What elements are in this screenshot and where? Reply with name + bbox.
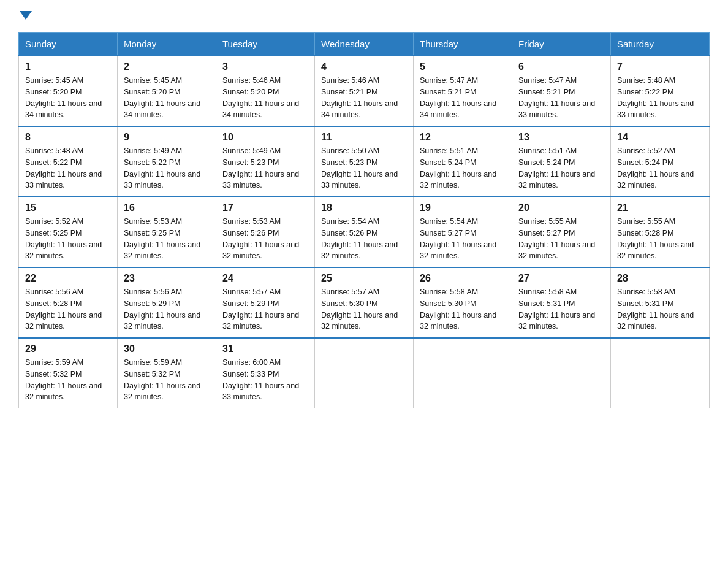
day-number: 23: [124, 273, 210, 284]
weekday-header-tuesday: Tuesday: [216, 33, 315, 56]
calendar-cell: [512, 338, 611, 408]
calendar-cell: 16 Sunrise: 5:53 AM Sunset: 5:25 PM Dayl…: [118, 197, 216, 267]
calendar-cell: [611, 338, 710, 408]
week-row-5: 29 Sunrise: 5:59 AM Sunset: 5:32 PM Dayl…: [19, 338, 710, 408]
day-info: Sunrise: 5:56 AM Sunset: 5:29 PM Dayligh…: [124, 286, 210, 332]
calendar-cell: 27 Sunrise: 5:58 AM Sunset: 5:31 PM Dayl…: [512, 267, 611, 338]
day-number: 20: [518, 202, 604, 213]
calendar-cell: 17 Sunrise: 5:53 AM Sunset: 5:26 PM Dayl…: [216, 197, 315, 267]
weekday-header-thursday: Thursday: [414, 33, 512, 56]
day-number: 15: [25, 202, 111, 213]
day-number: 29: [25, 343, 111, 354]
day-info: Sunrise: 5:46 AM Sunset: 5:21 PM Dayligh…: [321, 75, 407, 121]
day-info: Sunrise: 5:45 AM Sunset: 5:20 PM Dayligh…: [124, 75, 210, 121]
calendar-cell: 6 Sunrise: 5:47 AM Sunset: 5:21 PM Dayli…: [512, 56, 611, 126]
day-number: 21: [617, 202, 703, 213]
day-number: 22: [25, 273, 111, 284]
day-info: Sunrise: 5:49 AM Sunset: 5:23 PM Dayligh…: [222, 145, 308, 191]
calendar-cell: 28 Sunrise: 5:58 AM Sunset: 5:31 PM Dayl…: [611, 267, 710, 338]
calendar-cell: 9 Sunrise: 5:49 AM Sunset: 5:22 PM Dayli…: [118, 126, 216, 197]
day-number: 4: [321, 61, 407, 72]
calendar-cell: 18 Sunrise: 5:54 AM Sunset: 5:26 PM Dayl…: [315, 197, 414, 267]
calendar-cell: 3 Sunrise: 5:46 AM Sunset: 5:20 PM Dayli…: [216, 56, 315, 126]
day-number: 13: [518, 132, 604, 143]
day-number: 27: [518, 273, 604, 284]
day-info: Sunrise: 5:49 AM Sunset: 5:22 PM Dayligh…: [124, 145, 210, 191]
day-info: Sunrise: 5:50 AM Sunset: 5:23 PM Dayligh…: [321, 145, 407, 191]
day-info: Sunrise: 5:55 AM Sunset: 5:28 PM Dayligh…: [617, 216, 703, 262]
day-info: Sunrise: 5:58 AM Sunset: 5:30 PM Dayligh…: [420, 286, 506, 332]
weekday-header-friday: Friday: [512, 33, 611, 56]
day-number: 17: [222, 202, 308, 213]
day-number: 19: [420, 202, 506, 213]
day-number: 8: [25, 132, 111, 143]
weekday-header-sunday: Sunday: [19, 33, 118, 56]
calendar-cell: 26 Sunrise: 5:58 AM Sunset: 5:30 PM Dayl…: [414, 267, 512, 338]
day-info: Sunrise: 5:56 AM Sunset: 5:28 PM Dayligh…: [25, 286, 111, 332]
calendar-cell: 8 Sunrise: 5:48 AM Sunset: 5:22 PM Dayli…: [19, 126, 118, 197]
weekday-header-monday: Monday: [118, 33, 216, 56]
calendar-cell: 13 Sunrise: 5:51 AM Sunset: 5:24 PM Dayl…: [512, 126, 611, 197]
day-number: 16: [124, 202, 210, 213]
day-info: Sunrise: 5:55 AM Sunset: 5:27 PM Dayligh…: [518, 216, 604, 262]
day-info: Sunrise: 5:48 AM Sunset: 5:22 PM Dayligh…: [617, 75, 703, 121]
calendar-cell: [414, 338, 512, 408]
calendar-cell: 24 Sunrise: 5:57 AM Sunset: 5:29 PM Dayl…: [216, 267, 315, 338]
day-number: 30: [124, 343, 210, 354]
calendar-cell: 22 Sunrise: 5:56 AM Sunset: 5:28 PM Dayl…: [19, 267, 118, 338]
logo-triangle-icon: [20, 11, 32, 20]
day-number: 1: [25, 61, 111, 72]
day-info: Sunrise: 5:51 AM Sunset: 5:24 PM Dayligh…: [420, 145, 506, 191]
day-number: 5: [420, 61, 506, 72]
calendar-cell: 21 Sunrise: 5:55 AM Sunset: 5:28 PM Dayl…: [611, 197, 710, 267]
day-info: Sunrise: 5:53 AM Sunset: 5:26 PM Dayligh…: [222, 216, 308, 262]
day-number: 12: [420, 132, 506, 143]
calendar-cell: 2 Sunrise: 5:45 AM Sunset: 5:20 PM Dayli…: [118, 56, 216, 126]
calendar-cell: 19 Sunrise: 5:54 AM Sunset: 5:27 PM Dayl…: [414, 197, 512, 267]
weekday-header-wednesday: Wednesday: [315, 33, 414, 56]
calendar-cell: [315, 338, 414, 408]
week-row-1: 1 Sunrise: 5:45 AM Sunset: 5:20 PM Dayli…: [19, 56, 710, 126]
day-number: 6: [518, 61, 604, 72]
week-row-3: 15 Sunrise: 5:52 AM Sunset: 5:25 PM Dayl…: [19, 197, 710, 267]
day-info: Sunrise: 5:47 AM Sunset: 5:21 PM Dayligh…: [420, 75, 506, 121]
calendar-cell: 4 Sunrise: 5:46 AM Sunset: 5:21 PM Dayli…: [315, 56, 414, 126]
calendar-cell: 12 Sunrise: 5:51 AM Sunset: 5:24 PM Dayl…: [414, 126, 512, 197]
day-info: Sunrise: 5:45 AM Sunset: 5:20 PM Dayligh…: [25, 75, 111, 121]
day-number: 31: [222, 343, 308, 354]
day-info: Sunrise: 5:58 AM Sunset: 5:31 PM Dayligh…: [518, 286, 604, 332]
day-number: 2: [124, 61, 210, 72]
day-number: 14: [617, 132, 703, 143]
calendar-cell: 7 Sunrise: 5:48 AM Sunset: 5:22 PM Dayli…: [611, 56, 710, 126]
day-info: Sunrise: 5:57 AM Sunset: 5:29 PM Dayligh…: [222, 286, 308, 332]
day-info: Sunrise: 5:59 AM Sunset: 5:32 PM Dayligh…: [25, 357, 111, 403]
calendar-cell: 14 Sunrise: 5:52 AM Sunset: 5:24 PM Dayl…: [611, 126, 710, 197]
day-number: 26: [420, 273, 506, 284]
day-info: Sunrise: 5:57 AM Sunset: 5:30 PM Dayligh…: [321, 286, 407, 332]
calendar-cell: 25 Sunrise: 5:57 AM Sunset: 5:30 PM Dayl…: [315, 267, 414, 338]
calendar-cell: 1 Sunrise: 5:45 AM Sunset: 5:20 PM Dayli…: [19, 56, 118, 126]
logo: [18, 12, 32, 21]
day-number: 28: [617, 273, 703, 284]
day-info: Sunrise: 5:59 AM Sunset: 5:32 PM Dayligh…: [124, 357, 210, 403]
calendar-cell: 30 Sunrise: 5:59 AM Sunset: 5:32 PM Dayl…: [118, 338, 216, 408]
day-info: Sunrise: 5:52 AM Sunset: 5:24 PM Dayligh…: [617, 145, 703, 191]
week-row-4: 22 Sunrise: 5:56 AM Sunset: 5:28 PM Dayl…: [19, 267, 710, 338]
day-info: Sunrise: 5:51 AM Sunset: 5:24 PM Dayligh…: [518, 145, 604, 191]
day-number: 24: [222, 273, 308, 284]
calendar-cell: 23 Sunrise: 5:56 AM Sunset: 5:29 PM Dayl…: [118, 267, 216, 338]
day-info: Sunrise: 5:54 AM Sunset: 5:26 PM Dayligh…: [321, 216, 407, 262]
calendar-cell: 5 Sunrise: 5:47 AM Sunset: 5:21 PM Dayli…: [414, 56, 512, 126]
day-info: Sunrise: 5:52 AM Sunset: 5:25 PM Dayligh…: [25, 216, 111, 262]
day-number: 25: [321, 273, 407, 284]
day-info: Sunrise: 5:54 AM Sunset: 5:27 PM Dayligh…: [420, 216, 506, 262]
day-info: Sunrise: 5:53 AM Sunset: 5:25 PM Dayligh…: [124, 216, 210, 262]
day-info: Sunrise: 5:58 AM Sunset: 5:31 PM Dayligh…: [617, 286, 703, 332]
weekday-header-saturday: Saturday: [611, 33, 710, 56]
day-number: 3: [222, 61, 308, 72]
calendar-table: SundayMondayTuesdayWednesdayThursdayFrid…: [18, 32, 710, 408]
calendar-cell: 10 Sunrise: 5:49 AM Sunset: 5:23 PM Dayl…: [216, 126, 315, 197]
day-number: 7: [617, 61, 703, 72]
day-number: 9: [124, 132, 210, 143]
calendar-cell: 20 Sunrise: 5:55 AM Sunset: 5:27 PM Dayl…: [512, 197, 611, 267]
